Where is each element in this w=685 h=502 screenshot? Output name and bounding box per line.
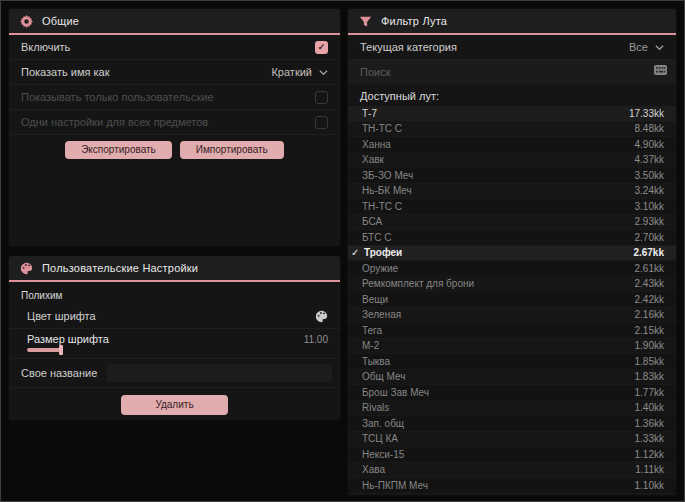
name-mode-dropdown[interactable]: Краткий xyxy=(271,66,328,78)
loot-row[interactable]: ✓ Вещи 2.42kk xyxy=(348,292,676,308)
loot-item-price: 3.10kk xyxy=(635,201,664,212)
export-import-row: Экспортировать Импортировать xyxy=(9,135,340,167)
loot-item-price: 1.11kk xyxy=(635,464,664,475)
loot-item-name: Зеленая xyxy=(362,309,401,320)
loot-item-name: Ремкомплект для брони xyxy=(362,278,474,289)
loot-row[interactable]: ✓ Хава 1.11kk xyxy=(348,463,676,479)
loot-item-price: 2.93kk xyxy=(635,216,664,227)
loot-item-name: Нь-БК Меч xyxy=(362,185,412,196)
loot-row[interactable]: ✓ Т-7 17.33kk xyxy=(348,106,676,122)
show-name-as-label: Показать имя как xyxy=(21,66,110,78)
font-color-row: Цвет шрифта xyxy=(9,304,340,329)
import-button[interactable]: Импортировать xyxy=(180,141,284,159)
loot-item-price: 1.33kk xyxy=(635,433,664,444)
settings-page: Общие Включить ✓ Показать имя как Кратки… xyxy=(1,1,684,501)
palette-icon xyxy=(20,262,33,275)
font-size-label: Размер шрифта xyxy=(27,333,109,345)
loot-row[interactable]: ✓ ТН-ТС С 3.10kk xyxy=(348,199,676,215)
loot-item-name: ТН-ТС С xyxy=(362,201,402,212)
loot-item-price: 2.16kk xyxy=(635,309,664,320)
loot-row[interactable]: ✓ Оружие 2.61kk xyxy=(348,261,676,277)
same-settings-row: Одни настройки для всех предметов xyxy=(9,110,340,135)
chevron-down-icon xyxy=(319,68,328,77)
loot-item-name: Брош Зав Меч xyxy=(362,387,429,398)
font-size-slider[interactable] xyxy=(27,348,67,352)
loot-row[interactable]: ✓ Трофеи 2.67kk xyxy=(348,246,676,262)
right-column: Фильтр Лута Текущая категория Все Доступ… xyxy=(348,9,676,493)
loot-item-name: ТСЦ КА xyxy=(362,433,398,444)
loot-row[interactable]: ✓ М-2 1.90kk xyxy=(348,339,676,355)
loot-row[interactable]: ✓ Нь-ПКПМ Меч 1.10kk xyxy=(348,478,676,494)
category-label: Текущая категория xyxy=(360,41,457,53)
slider-thumb[interactable] xyxy=(59,345,63,355)
loot-item-name: Тега xyxy=(362,325,382,336)
chevron-down-icon xyxy=(655,43,664,52)
loot-row[interactable]: ✓ ТН-ТС С 8.48kk xyxy=(348,122,676,138)
loot-item-price: 2.67kk xyxy=(633,247,664,258)
loot-list: ✓ Т-7 17.33kk ✓ ТН-ТС С 8.48kk ✓ Ханна 4… xyxy=(348,106,676,495)
loot-item-price: 17.33kk xyxy=(629,108,664,119)
loot-item-price: 2.61kk xyxy=(635,263,664,274)
loot-item-price: 4.90kk xyxy=(635,139,664,150)
loot-row[interactable]: ✓ Rivals 1.40kk xyxy=(348,401,676,417)
loot-item-name: Некси-15 xyxy=(362,449,404,460)
loot-filter-panel: Фильтр Лута Текущая категория Все Доступ… xyxy=(348,9,676,495)
loot-item-name: Хавк xyxy=(362,154,384,165)
loot-row[interactable]: ✓ Тега 2.15kk xyxy=(348,323,676,339)
loot-item-price: 1.77kk xyxy=(635,387,664,398)
left-column: Общие Включить ✓ Показать имя как Кратки… xyxy=(9,9,340,493)
loot-row[interactable]: ✓ Ханна 4.90kk xyxy=(348,137,676,153)
name-mode-value: Краткий xyxy=(271,66,312,78)
general-panel-header: Общие xyxy=(9,9,340,35)
loot-item-name: БТС С xyxy=(362,232,391,243)
enable-label: Включить xyxy=(21,41,70,53)
loot-row[interactable]: ✓ Зап. общ 1.36kk xyxy=(348,416,676,432)
loot-item-name: Хава xyxy=(362,464,385,475)
loot-row[interactable]: ✓ Общ Меч 1.83kk xyxy=(348,370,676,386)
gear-icon xyxy=(20,15,33,28)
loot-row[interactable]: ✓ Хавк 4.37kk xyxy=(348,153,676,169)
loot-row[interactable]: ✓ Брош Зав Меч 1.77kk xyxy=(348,385,676,401)
check-icon: ✓ xyxy=(351,247,359,258)
funnel-icon xyxy=(359,15,372,28)
category-dropdown[interactable]: Все xyxy=(629,41,664,53)
loot-item-name: Общ Меч xyxy=(362,371,405,382)
only-custom-checkbox[interactable] xyxy=(315,91,328,104)
show-name-as-row: Показать имя как Краткий xyxy=(9,60,340,85)
loot-item-name: ТН-ТС С xyxy=(362,123,402,134)
only-custom-row: Показывать только пользовательские xyxy=(9,85,340,110)
loot-filter-header: Фильтр Лута xyxy=(348,9,676,35)
search-input[interactable] xyxy=(360,66,654,78)
loot-item-price: 1.10kk xyxy=(635,480,664,491)
custom-name-input[interactable] xyxy=(107,364,332,382)
loot-row[interactable]: ✓ БТС С 2.70kk xyxy=(348,230,676,246)
color-picker-icon[interactable] xyxy=(315,310,328,323)
loot-row[interactable]: ✓ БСА 2.93kk xyxy=(348,215,676,231)
loot-item-name: Т-7 xyxy=(362,108,377,119)
loot-row[interactable]: ✓ Ремкомплект для брони 2.43kk xyxy=(348,277,676,293)
loot-row[interactable]: ✓ Тыква 1.85kk xyxy=(348,354,676,370)
available-loot-label: Доступный лут: xyxy=(348,84,676,106)
loot-item-price: 4.37kk xyxy=(635,154,664,165)
export-button[interactable]: Экспортировать xyxy=(65,141,172,159)
loot-item-name: Оружие xyxy=(362,263,398,274)
loot-row[interactable]: ✓ Некси-15 1.12kk xyxy=(348,447,676,463)
keyboard-icon[interactable] xyxy=(654,65,667,78)
loot-row[interactable]: ✓ Зеленая 2.16kk xyxy=(348,308,676,324)
same-settings-checkbox[interactable] xyxy=(315,116,328,129)
font-size-value: 11.00 xyxy=(304,334,328,345)
delete-button[interactable]: Удалить xyxy=(121,395,227,415)
font-size-row: Размер шрифта 11.00 xyxy=(9,329,340,359)
loot-item-price: 2.70kk xyxy=(635,232,664,243)
category-value: Все xyxy=(629,41,648,53)
loot-item-name: БСА xyxy=(362,216,382,227)
loot-item-name: Зап. общ xyxy=(362,418,404,429)
loot-row[interactable]: ✓ Нь-БК Меч 3.24kk xyxy=(348,184,676,200)
enable-checkbox[interactable]: ✓ xyxy=(315,41,328,54)
loot-item-name: Вещи xyxy=(362,294,388,305)
selected-item-name: Полихим xyxy=(9,282,340,304)
font-color-label: Цвет шрифта xyxy=(27,310,96,322)
category-row: Текущая категория Все xyxy=(348,35,676,60)
loot-row[interactable]: ✓ ТСЦ КА 1.33kk xyxy=(348,432,676,448)
loot-row[interactable]: ✓ ЗБ-ЗО Меч 3.50kk xyxy=(348,168,676,184)
